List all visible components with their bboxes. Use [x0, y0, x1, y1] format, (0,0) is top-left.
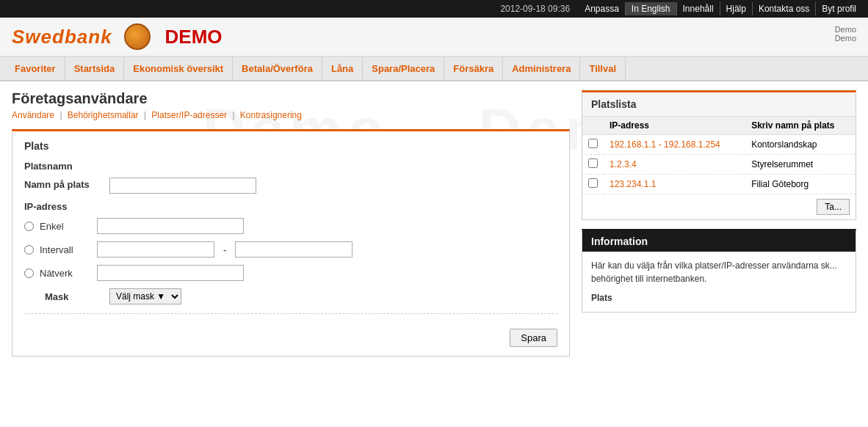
page-content: Demo Demo Företagsanvändare Användare | …	[0, 81, 868, 365]
col-checkbox	[582, 117, 604, 135]
top-nav-hjalp[interactable]: Hjälp	[720, 2, 753, 15]
breadcrumb: Användare | Behörighetsmallar | Platser/…	[12, 110, 570, 120]
platslista-header-row: IP-adress Skriv namn på plats	[582, 117, 856, 135]
row1-ip-link[interactable]: 192.168.1.1 - 192.168.1.254	[610, 139, 720, 150]
mask-row: Mask Välj mask ▼ /8 /16 /24 /32	[24, 288, 557, 304]
brand-demo: DEMO	[165, 26, 223, 48]
information-title: Information	[582, 231, 856, 252]
dash-separator: -	[223, 244, 226, 255]
left-panel: Företagsanvändare Användare | Behörighet…	[12, 90, 570, 357]
namn-pa-plats-input[interactable]	[109, 178, 256, 194]
row1-checkbox-cell	[582, 135, 604, 155]
natverk-label: Nätverk	[40, 268, 91, 279]
breadcrumb-sep3: |	[232, 110, 236, 120]
form-footer: Spara	[24, 323, 557, 347]
intervall-row: Intervall -	[24, 241, 557, 258]
top-nav-in-english[interactable]: In English	[626, 2, 677, 15]
nav-administrera[interactable]: Administrera	[503, 57, 580, 80]
nav-tillval[interactable]: Tillval	[580, 57, 626, 80]
main-nav: Favoriter Startsida Ekonomisk översikt B…	[0, 57, 868, 81]
save-button[interactable]: Spara	[510, 329, 557, 347]
breadcrumb-anvandare[interactable]: Användare	[12, 110, 54, 120]
plats-form-box: Plats Platsnamn Namn på plats IP-adress …	[12, 129, 570, 357]
top-nav-kontakta[interactable]: Kontakta oss	[753, 2, 816, 15]
row1-name: Kontorslandskap	[745, 135, 856, 155]
row2-checkbox[interactable]	[588, 158, 598, 168]
top-nav-innehall[interactable]: Innehåll	[677, 2, 720, 15]
enkel-label: Enkel	[40, 221, 91, 232]
row3-ip: 123.234.1.1	[604, 175, 745, 194]
nav-lana[interactable]: Låna	[322, 57, 363, 80]
breadcrumb-sep1: |	[59, 110, 64, 120]
information-text: Här kan du välja från vilka platser/IP-a…	[591, 260, 837, 284]
brand-swedbank: Swedbank	[12, 26, 112, 48]
row3-ip-link[interactable]: 123.234.1.1	[610, 179, 656, 189]
row2-ip-link[interactable]: 1.2.3.4	[610, 159, 637, 169]
ip-adress-section-label: IP-adress	[24, 201, 557, 212]
page-title: Företagsanvändare	[12, 90, 570, 107]
information-box: Information Här kan du välja från vilka …	[582, 229, 856, 313]
top-nav-byt-profil[interactable]: Byt profil	[816, 2, 862, 15]
breadcrumb-platser[interactable]: Platser/IP-adresser	[151, 110, 227, 120]
col-name-header: Skriv namn på plats	[745, 117, 856, 135]
breadcrumb-behorighetsmallar[interactable]: Behörighetsmallar	[68, 110, 139, 120]
ta-bort-button[interactable]: Ta...	[817, 199, 850, 215]
enkel-radio[interactable]	[24, 222, 34, 231]
mask-select[interactable]: Välj mask ▼ /8 /16 /24 /32	[109, 288, 181, 304]
right-panel: Platslista IP-adress Skriv namn på plats	[582, 90, 856, 357]
nav-forsakra[interactable]: Försäkra	[444, 57, 503, 80]
natverk-radio[interactable]	[24, 269, 34, 278]
natverk-row: Nätverk	[24, 265, 557, 281]
enkel-input[interactable]	[97, 218, 244, 234]
nav-betala[interactable]: Betala/Överföra	[233, 57, 322, 80]
namn-pa-plats-label: Namn på plats	[24, 179, 98, 190]
row3-name: Filial Göteborg	[745, 175, 856, 194]
table-row: 123.234.1.1 Filial Göteborg	[582, 175, 856, 194]
row2-name: Styrelserummet	[745, 155, 856, 175]
platsnamn-section-label: Platsnamn	[24, 161, 557, 172]
row3-checkbox-cell	[582, 175, 604, 194]
information-content: Här kan du välja från vilka platser/IP-a…	[582, 252, 856, 312]
user-line2: Demo	[835, 34, 856, 43]
header: Swedbank DEMO Demo Demo	[0, 18, 868, 57]
nav-startsida[interactable]: Startsida	[65, 57, 125, 80]
platsnamn-group: Platsnamn Namn på plats	[24, 161, 557, 194]
form-box-title: Plats	[24, 140, 557, 152]
enkel-row: Enkel	[24, 218, 557, 234]
row3-checkbox[interactable]	[588, 178, 598, 188]
platslista-box: Platslista IP-adress Skriv namn på plats	[582, 90, 856, 220]
breadcrumb-kontrasignering[interactable]: Kontrasignering	[240, 110, 302, 120]
breadcrumb-sep2: |	[144, 110, 148, 120]
table-row: 1.2.3.4 Styrelserummet	[582, 155, 856, 175]
swedbank-logo	[124, 23, 151, 50]
nav-ekonomisk[interactable]: Ekonomisk översikt	[124, 57, 233, 80]
natverk-input[interactable]	[97, 265, 244, 281]
nav-favoriter[interactable]: Favoriter	[6, 57, 65, 80]
top-nav-anpassa[interactable]: Anpassa	[579, 2, 626, 15]
nav-spara[interactable]: Spara/Placera	[363, 57, 444, 80]
intervall-label: Intervall	[40, 244, 91, 255]
ip-adress-group: IP-adress Enkel Intervall -	[24, 201, 557, 304]
row1-ip: 192.168.1.1 - 192.168.1.254	[604, 135, 745, 155]
intervall-from-input[interactable]	[97, 241, 214, 258]
intervall-radio[interactable]	[24, 245, 34, 255]
col-ip-header: IP-adress	[604, 117, 745, 135]
table-row: 192.168.1.1 - 192.168.1.254 Kontorslands…	[582, 135, 856, 155]
top-bar: 2012-09-18 09:36 Anpassa In English Inne…	[0, 0, 868, 18]
platslista-title: Platslista	[582, 92, 856, 117]
row2-checkbox-cell	[582, 155, 604, 175]
row1-checkbox[interactable]	[588, 139, 598, 148]
user-info: Demo Demo	[835, 25, 856, 43]
datetime: 2012-09-18 09:36	[500, 4, 570, 14]
mask-label: Mask	[45, 291, 104, 302]
row2-ip: 1.2.3.4	[604, 155, 745, 175]
user-line1: Demo	[835, 25, 856, 34]
form-divider	[24, 313, 557, 314]
platslista-footer: Ta...	[582, 194, 856, 219]
information-sub-title: Plats	[591, 291, 847, 304]
platslista-table: IP-adress Skriv namn på plats 192.168.1.…	[582, 117, 856, 194]
intervall-to-input[interactable]	[235, 241, 352, 258]
